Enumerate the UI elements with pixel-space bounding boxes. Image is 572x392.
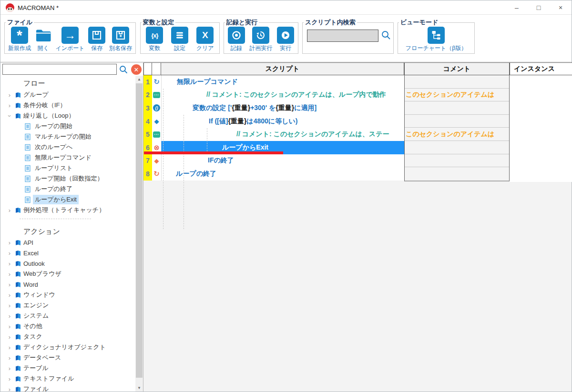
chevron-right-icon[interactable]: › [6, 207, 13, 214]
script-row-5[interactable]: 5...// コメント: このセクションのアイテムは、ステー [143, 128, 404, 141]
chevron-right-icon[interactable]: › [6, 91, 13, 99]
script-cell[interactable]: 変数の設定 ['{重量}+300' を{重量}に適用] [161, 101, 404, 115]
row-number-cell[interactable]: 3 [143, 101, 152, 115]
clear-search-button[interactable]: ✕ [131, 64, 142, 75]
comment-cell[interactable] [405, 154, 509, 168]
sidebar-folder-3[interactable]: ›繰り返し（Loop） [0, 111, 136, 121]
sidebar-leaf-9[interactable]: ループ開始（回数指定） [0, 173, 136, 184]
sidebar-folder-27[interactable]: ›テーブル [0, 363, 136, 373]
sidebar-folder-25[interactable]: ›ディクショナリオブジェクト [0, 342, 136, 352]
chevron-right-icon[interactable]: › [6, 102, 13, 109]
sidebar-leaf-5[interactable]: マルチループの開始 [0, 131, 136, 142]
script-row-1[interactable]: 1↻無限ループコマンド [143, 75, 404, 89]
sidebar-folder-21[interactable]: ›エンジン [0, 300, 136, 311]
scroll-down-icon[interactable]: ▼ [135, 384, 143, 392]
comment-cell[interactable]: このセクションのアイテムは [405, 89, 509, 102]
comment-cell[interactable] [405, 115, 509, 128]
chevron-right-icon[interactable]: › [6, 260, 13, 267]
scrollbar-thumb[interactable] [136, 83, 143, 378]
script-row-8[interactable]: 8↻ループの終了 [143, 167, 404, 181]
exec-button[interactable]: 実行 [277, 27, 294, 52]
row-number-cell[interactable]: 4 [143, 115, 152, 128]
sidebar-folder-1[interactable]: ›グループ [0, 90, 136, 100]
sidebar-folder-28[interactable]: ›テキストファイル [0, 373, 136, 384]
sidebar-folder-18[interactable]: ›Webブラウザ [0, 269, 136, 279]
script-cell[interactable]: // コメント: このセクションのアイテムは、ループ内で動作 [161, 89, 404, 102]
script-cell[interactable]: ループの終了 [161, 167, 404, 181]
row-number-cell[interactable]: 8 [143, 167, 152, 181]
chevron-right-icon[interactable]: › [6, 333, 13, 341]
row-number-cell[interactable]: 5 [143, 128, 152, 141]
script-cell[interactable]: If ([値] {重量}は4800に等しい) [161, 115, 404, 128]
sidebar-leaf-10[interactable]: ループの終了 [0, 184, 136, 194]
chevron-right-icon[interactable]: › [6, 250, 13, 257]
chevron-right-icon[interactable]: › [6, 375, 13, 382]
import-button[interactable]: →インポート [55, 27, 84, 52]
chevron-right-icon[interactable]: › [6, 239, 13, 246]
sidebar-folder-20[interactable]: ›ウィンドウ [0, 290, 136, 300]
sidebar-folder-16[interactable]: ›Excel [0, 248, 136, 258]
maximize-button[interactable]: □ [528, 0, 550, 15]
chevron-right-icon[interactable]: › [6, 386, 13, 392]
chevron-right-icon[interactable]: › [6, 271, 13, 278]
chevron-down-icon[interactable]: › [6, 112, 13, 119]
sidebar-leaf-11[interactable]: ループからExit [0, 194, 136, 205]
script-row-4[interactable]: 4◆If ([値] {重量}は4800に等しい) [143, 115, 404, 128]
script-search-input[interactable] [307, 30, 378, 42]
new-button[interactable]: *新規作成 [8, 27, 31, 52]
script-cell[interactable]: // コメント: このセクションのアイテムは、ステー [161, 128, 404, 141]
sidebar-leaf-8[interactable]: ループリスト [0, 163, 136, 173]
close-button[interactable]: × [550, 0, 572, 15]
planrun-button[interactable]: 計画実行 [249, 27, 272, 52]
sidebar-leaf-6[interactable]: 次のループへ [0, 142, 136, 152]
sidebar-folder-19[interactable]: ›Word [0, 279, 136, 290]
sidebar-leaf-7[interactable]: 無限ループコマンド [0, 152, 136, 163]
sidebar-folder-17[interactable]: ›Outlook [0, 258, 136, 269]
script-row-7[interactable]: 7◆IFの終了 [143, 154, 404, 168]
row-number-cell[interactable]: 2 [143, 89, 152, 102]
sidebar-folder-23[interactable]: ›その他 [0, 321, 136, 332]
row-number-cell[interactable]: 7 [143, 154, 152, 168]
open-button[interactable]: 開く [35, 27, 52, 52]
flowchart-button[interactable]: フローチャート（β版） [406, 27, 467, 52]
row-number-cell[interactable]: 1 [143, 75, 152, 89]
comment-cell[interactable] [405, 141, 509, 154]
chevron-right-icon[interactable]: › [6, 291, 13, 299]
chevron-right-icon[interactable]: › [6, 354, 13, 362]
script-cell[interactable]: 無限ループコマンド [161, 75, 404, 89]
comment-cell[interactable] [405, 101, 509, 115]
chevron-right-icon[interactable]: › [6, 323, 13, 330]
saveas-button[interactable]: *別名保存 [109, 27, 132, 52]
sidebar-folder-29[interactable]: ›ファイル [0, 384, 136, 392]
sidebar-scrollbar[interactable]: ▲ ▼ [135, 76, 143, 392]
sidebar-folder-24[interactable]: ›タスク [0, 332, 136, 342]
sidebar-folder-22[interactable]: ›システム [0, 311, 136, 321]
script-cell[interactable]: IFの終了 [161, 154, 404, 168]
script-row-3[interactable]: 3()変数の設定 ['{重量}+300' を{重量}に適用] [143, 101, 404, 115]
sidebar-folder-2[interactable]: ›条件分岐（IF） [0, 100, 136, 111]
minimize-button[interactable]: – [506, 0, 528, 15]
record-button[interactable]: 記録 [228, 27, 245, 52]
chevron-right-icon[interactable]: › [6, 344, 13, 351]
save-button[interactable]: 保存 [88, 27, 105, 52]
comment-cell[interactable]: このセクションのアイテムは [405, 128, 509, 141]
sidebar-folder-15[interactable]: ›API [0, 237, 136, 248]
chevron-right-icon[interactable]: › [6, 312, 13, 320]
sidebar-folder-12[interactable]: ›例外処理（トライキャッチ） [0, 205, 136, 215]
chevron-right-icon[interactable]: › [6, 302, 13, 309]
clear-icon: X [196, 27, 214, 44]
settings-button[interactable]: 設定 [171, 27, 188, 52]
sidebar-search-input[interactable] [2, 64, 117, 75]
search-icon[interactable] [119, 65, 128, 76]
sidebar-leaf-4[interactable]: ループの開始 [0, 121, 136, 131]
variable-button[interactable]: {x}変数 [146, 27, 163, 52]
sidebar-folder-26[interactable]: ›データベース [0, 352, 136, 363]
scroll-up-icon[interactable]: ▲ [135, 76, 143, 83]
comment-cell[interactable] [405, 167, 509, 181]
comment-cell[interactable] [405, 75, 509, 89]
chevron-right-icon[interactable]: › [6, 281, 13, 288]
chevron-right-icon[interactable]: › [6, 365, 13, 372]
script-row-2[interactable]: 2...// コメント: このセクションのアイテムは、ループ内で動作 [143, 89, 404, 102]
search-icon[interactable] [381, 30, 391, 42]
clear-button[interactable]: Xクリア [196, 27, 214, 52]
